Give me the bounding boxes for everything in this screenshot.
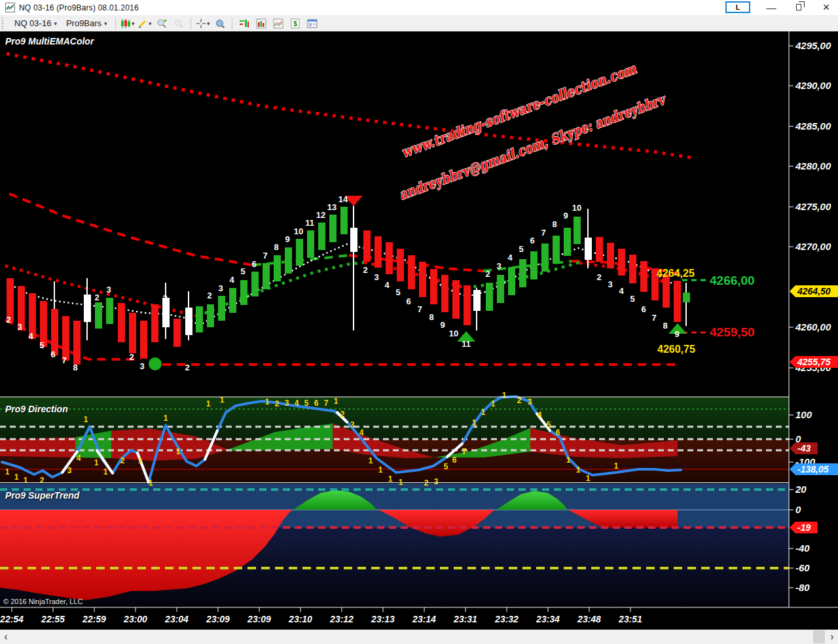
axis-tick-label: 4285,00 [795, 120, 831, 132]
price-level-label: 4266,00 [710, 274, 755, 287]
bar-count-label: 3 [218, 283, 223, 293]
direction-count-label: 5 [304, 399, 309, 408]
bar-count-label: 7 [62, 355, 66, 365]
price-bar [419, 262, 426, 297]
direction-count-label: 4 [537, 410, 542, 420]
chevron-down-icon: ▾ [54, 20, 57, 27]
svg-text:+: + [163, 18, 166, 24]
chart-trader-icon[interactable] [236, 16, 253, 31]
price-tag-label: -138,05 [797, 464, 829, 474]
horizontal-scrollbar[interactable]: ‹ › [0, 630, 838, 644]
indicators-icon[interactable] [253, 16, 270, 31]
restore-icon [796, 4, 801, 10]
crosshair-icon[interactable]: ▾ [194, 16, 211, 31]
toolbar: NQ 03-16 ▾ Pro9Bars ▾ ▾▾+▾$ [0, 15, 838, 32]
direction-count-label: 3 [285, 399, 289, 408]
price-bar [519, 259, 526, 287]
chart-style-icon[interactable]: ▾ [119, 16, 136, 31]
price-bar [508, 267, 515, 295]
chevron-down-icon: ▾ [104, 20, 107, 27]
bar-count-label: 2 [596, 272, 601, 282]
axis-tick-label: 4280,00 [795, 160, 831, 171]
bar-count-label: 3 [496, 261, 501, 271]
panel-title-direction: Pro9 Direction [5, 404, 68, 414]
direction-count-label: 5 [444, 462, 448, 471]
direction-count-label: 1 [5, 467, 10, 476]
bar-count-label: 5 [519, 244, 523, 254]
direction-count-label: 1 [84, 415, 88, 424]
strategies-icon[interactable] [270, 16, 287, 31]
drawing-tools-icon[interactable]: ▾ [136, 16, 153, 31]
time-tick-label: 23:00 [123, 614, 147, 624]
direction-count-label: 1 [586, 474, 591, 483]
app-icon [5, 3, 15, 12]
direction-count-label: 1 [176, 447, 181, 456]
instrument-label: NQ 03-16 [14, 18, 51, 28]
panel-title-multiemacolor: Pro9 MultiEMAColor [5, 36, 94, 46]
time-tick-label: 23:04 [164, 614, 189, 624]
price-bar [173, 319, 181, 347]
scroll-left-icon[interactable]: ‹ [0, 630, 12, 644]
time-tick-label: 22:59 [82, 614, 106, 624]
panel-title-supertrend: Pro9 SuperTrend [5, 490, 79, 501]
direction-count-label: 6 [314, 399, 319, 408]
price-level-label: 4264,25 [657, 268, 695, 279]
price-bar [307, 230, 314, 258]
close-button[interactable]: × [820, 1, 833, 14]
bar-count-label: 9 [674, 329, 679, 339]
zoom-in-icon[interactable]: + [153, 16, 170, 31]
bar-count-label: 6 [406, 296, 410, 306]
data-box-icon[interactable] [211, 16, 228, 31]
bar-count-label: 3 [17, 322, 22, 332]
price-bar [363, 230, 371, 262]
bar-count-label: 8 [274, 242, 278, 252]
scroll-right-icon[interactable]: › [826, 630, 838, 644]
price-bar [196, 306, 203, 332]
direction-count-label: 1 [614, 461, 619, 471]
price-bar [207, 304, 214, 327]
price-bar [274, 255, 281, 281]
instrument-selector[interactable]: NQ 03-16 ▾ [10, 17, 62, 29]
direction-count-label: 7 [324, 399, 329, 408]
bar-count-label: 7 [417, 304, 422, 314]
bar-count-label: 10 [449, 329, 458, 338]
price-bar [386, 242, 393, 274]
price-tag-label: 4255,75 [797, 357, 831, 367]
direction-count-label: 1 [472, 418, 477, 427]
restore-button[interactable] [792, 1, 805, 14]
axis-tick-label: 4275,00 [795, 201, 831, 212]
price-bar [607, 243, 614, 268]
bar-count-label: 9 [285, 234, 289, 244]
bar-count-label: 8 [73, 363, 77, 372]
direction-count-label: 6 [556, 428, 560, 437]
bar-count-label: 6 [530, 236, 534, 245]
properties-icon[interactable] [304, 16, 321, 31]
price-tag-label: 4264,50 [797, 286, 831, 296]
price-bar [329, 215, 337, 242]
price-bar [229, 288, 236, 313]
bar-count-label: 13 [327, 202, 337, 212]
direction-wedge [0, 437, 75, 457]
price-bar [218, 296, 225, 321]
axis-tick-label: 4295,00 [795, 40, 831, 51]
direction-count-label: 2 [40, 476, 45, 485]
bar-count-label: 11 [305, 218, 314, 228]
link-button[interactable]: L [725, 1, 750, 13]
account-data-icon[interactable]: $ [287, 16, 304, 31]
period-selector[interactable]: Pro9Bars ▾ [62, 17, 112, 29]
time-tick-label: 22:54 [0, 614, 24, 624]
direction-count-label: 1 [94, 458, 99, 467]
direction-count-label: 1 [265, 397, 270, 406]
chart-area[interactable]: 2345678232322234567891011121314234567891… [0, 31, 838, 630]
direction-count-label: 1 [502, 391, 507, 400]
minimize-button[interactable]: — [765, 1, 778, 14]
bar-count-label: 12 [316, 210, 325, 220]
bar-count-label: 2 [485, 269, 490, 279]
time-tick-label: 23:48 [577, 614, 601, 624]
scrollbar-thumb[interactable] [813, 630, 825, 643]
bar-count-label: 7 [541, 228, 545, 238]
window-title: NQ 03-16 (Pro9Bars) 08.01.2016 [19, 3, 139, 12]
axis-tick-label: 100 [795, 409, 812, 420]
axis-tick-label: 4290,00 [795, 80, 831, 91]
toolbar-grip[interactable] [2, 18, 7, 29]
